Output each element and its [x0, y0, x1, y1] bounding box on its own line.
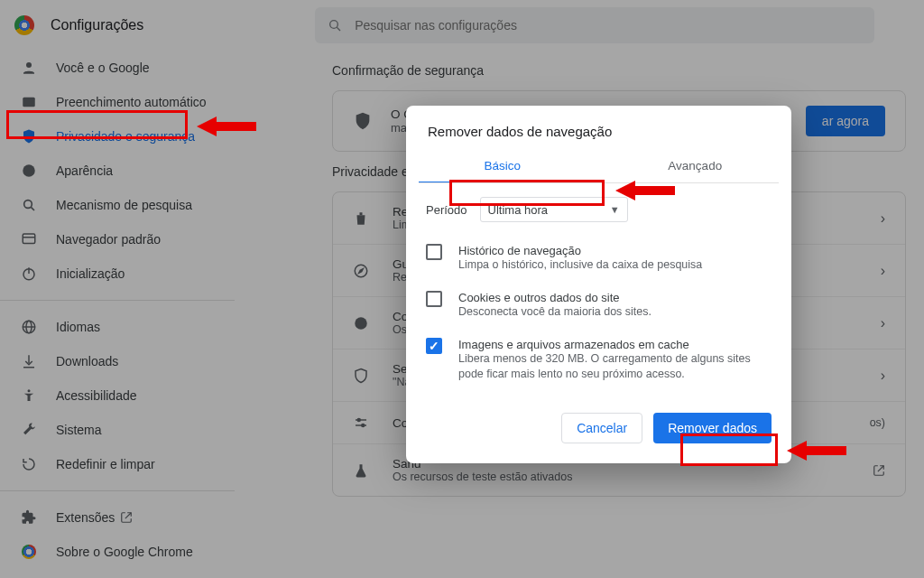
sidebar-item-label: Privacidade e segurança	[56, 129, 195, 144]
autofill-icon	[20, 94, 38, 110]
caret-down-icon: ▼	[610, 204, 620, 215]
chevron-right-icon: ›	[881, 210, 885, 227]
power-icon	[20, 266, 38, 282]
sidebar-item-privacy-security[interactable]: Privacidade e segurança	[0, 119, 235, 154]
period-value: Última hora	[488, 203, 548, 217]
sidebar-item-accessibility[interactable]: Acessibilidade	[0, 378, 235, 413]
sliders-icon	[353, 415, 373, 431]
dialog-title: Remover dados de navegação	[406, 106, 791, 152]
trash-icon	[353, 210, 373, 227]
globe-icon	[20, 319, 38, 335]
tab-advanced[interactable]: Avançado	[599, 152, 792, 182]
svg-point-20	[357, 419, 360, 422]
settings-search-input[interactable]	[355, 18, 862, 33]
svg-rect-7	[23, 234, 35, 244]
sidebar-item-label: Preenchimento automático	[56, 95, 207, 109]
search-icon	[328, 18, 342, 33]
wrench-icon	[20, 422, 38, 438]
chevron-right-icon: ›	[881, 315, 885, 331]
chevron-right-icon: ›	[881, 368, 885, 384]
svg-point-2	[26, 62, 32, 68]
chevron-right-icon: ›	[881, 263, 885, 279]
sidebar-item-label: Sistema	[56, 423, 102, 437]
tab-basic[interactable]: Básico	[406, 152, 599, 182]
sidebar-item-you-and-google[interactable]: Você e o Google	[0, 51, 235, 85]
reset-icon	[20, 456, 38, 472]
checkbox[interactable]	[426, 291, 442, 307]
svg-point-21	[362, 424, 365, 427]
sidebar-item-system[interactable]: Sistema	[0, 413, 235, 447]
app-header: Configurações	[0, 0, 924, 51]
svg-point-5	[24, 200, 32, 209]
option-cookies[interactable]: Cookies e outros dados do siteDesconecta…	[426, 282, 772, 329]
settings-search[interactable]	[315, 7, 874, 43]
period-select[interactable]: Última hora ▼	[480, 197, 628, 222]
clear-data-button[interactable]: Remover dados	[653, 413, 772, 443]
download-icon	[20, 353, 38, 369]
shield-icon	[353, 111, 373, 131]
svg-marker-16	[359, 268, 364, 273]
checkbox[interactable]	[426, 244, 442, 260]
sidebar-item-languages[interactable]: Idiomas	[0, 310, 235, 344]
open-external-icon	[120, 511, 133, 524]
sidebar-item-label: Navegador padrão	[56, 232, 161, 247]
sidebar-item-label: Sobre o Google Chrome	[56, 545, 193, 559]
svg-rect-3	[23, 98, 35, 107]
tabs-border	[419, 182, 779, 183]
flask-icon	[353, 462, 373, 479]
svg-point-4	[23, 164, 35, 177]
compass-icon	[353, 263, 373, 279]
puzzle-icon	[20, 509, 38, 526]
browser-icon	[20, 231, 38, 247]
sidebar-item-label: Idiomas	[56, 320, 100, 334]
svg-line-6	[31, 207, 34, 210]
sidebar-separator	[0, 490, 235, 491]
sidebar-item-reset[interactable]: Redefinir e limpar	[0, 447, 235, 481]
cookie-icon	[353, 315, 373, 331]
palette-icon	[20, 163, 38, 179]
cancel-button[interactable]: Cancelar	[561, 413, 642, 443]
chrome-icon	[20, 545, 38, 559]
sidebar-item-label: Redefinir e limpar	[56, 457, 155, 471]
sidebar-separator	[0, 300, 235, 301]
clear-browsing-data-dialog: Remover dados de navegação Básico Avança…	[406, 106, 791, 463]
shield-icon	[20, 128, 38, 144]
settings-sidebar: Você e o Google Preenchimento automático…	[0, 51, 235, 569]
period-label: Período	[426, 203, 467, 217]
option-browsing-history[interactable]: Histórico de navegaçãoLimpa o histórico,…	[426, 235, 772, 282]
sidebar-item-label: Aparência	[56, 163, 113, 178]
sidebar-item-search-engine[interactable]: Mecanismo de pesquisa	[0, 188, 235, 222]
accessibility-icon	[20, 387, 38, 404]
sidebar-item-label: Inicialização	[56, 266, 125, 281]
open-external-icon	[873, 464, 885, 477]
person-icon	[20, 60, 38, 76]
sidebar-item-label: Mecanismo de pesquisa	[56, 198, 192, 212]
sidebar-item-extensions[interactable]: Extensões	[0, 500, 235, 535]
svg-point-14	[28, 389, 31, 392]
search-icon	[20, 198, 38, 212]
page-title: Configurações	[51, 17, 143, 33]
trail-text: os)	[870, 416, 885, 429]
sidebar-item-label: Extensões	[56, 510, 115, 525]
checkbox-checked[interactable]: ✓	[426, 338, 442, 354]
safety-check-now-button[interactable]: ar agora	[806, 106, 885, 136]
sidebar-item-about-chrome[interactable]: Sobre o Google Chrome	[0, 535, 235, 569]
svg-point-0	[330, 21, 338, 29]
dialog-tabs: Básico Avançado	[406, 152, 791, 182]
svg-line-1	[337, 27, 341, 31]
sidebar-item-on-startup[interactable]: Inicialização	[0, 256, 235, 291]
option-cached-images[interactable]: ✓ Imagens e arquivos armazenados em cach…	[426, 329, 772, 391]
sidebar-item-appearance[interactable]: Aparência	[0, 154, 235, 188]
sidebar-item-default-browser[interactable]: Navegador padrão	[0, 222, 235, 256]
sidebar-item-autofill[interactable]: Preenchimento automático	[0, 85, 235, 119]
sidebar-item-downloads[interactable]: Downloads	[0, 344, 235, 378]
section-heading-safety-check: Confirmação de segurança	[332, 63, 906, 78]
sidebar-item-label: Acessibilidade	[56, 388, 137, 403]
security-icon	[353, 368, 373, 384]
svg-point-17	[355, 317, 367, 330]
chrome-logo-icon	[14, 15, 34, 35]
sidebar-item-label: Você e o Google	[56, 61, 150, 75]
sidebar-item-label: Downloads	[56, 354, 118, 368]
